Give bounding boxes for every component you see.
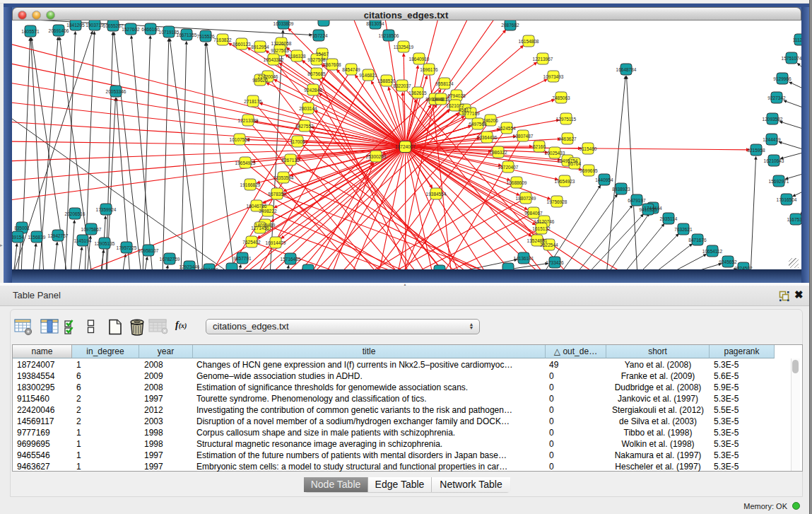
svg-text:8186328: 8186328 bbox=[288, 54, 306, 59]
svg-text:16914479: 16914479 bbox=[266, 240, 286, 245]
svg-text:8267130: 8267130 bbox=[281, 158, 300, 163]
svg-text:6497568: 6497568 bbox=[469, 122, 487, 127]
svg-text:2087682: 2087682 bbox=[501, 23, 519, 28]
svg-text:20053346: 20053346 bbox=[106, 89, 126, 94]
svg-text:39154: 39154 bbox=[12, 235, 24, 240]
svg-text:62160: 62160 bbox=[533, 144, 546, 149]
svg-text:1362615: 1362615 bbox=[408, 90, 427, 95]
svg-text:2867608: 2867608 bbox=[323, 62, 341, 67]
svg-text:9245652: 9245652 bbox=[719, 259, 737, 264]
svg-text:19654925: 19654925 bbox=[235, 160, 256, 165]
svg-text:8454749: 8454749 bbox=[342, 67, 360, 72]
svg-text:1527602: 1527602 bbox=[122, 27, 140, 32]
svg-text:20691406: 20691406 bbox=[49, 28, 69, 33]
svg-text:10543382: 10543382 bbox=[264, 57, 284, 62]
svg-text:835001: 835001 bbox=[14, 226, 30, 230]
svg-text:10107553: 10107553 bbox=[230, 137, 250, 142]
svg-text:7632621: 7632621 bbox=[674, 227, 693, 232]
svg-text:17359924: 17359924 bbox=[96, 207, 117, 212]
svg-text:16033809: 16033809 bbox=[273, 21, 294, 26]
svg-text:12905135: 12905135 bbox=[95, 241, 115, 246]
svg-text:8813054: 8813054 bbox=[366, 21, 384, 26]
svg-text:15716485: 15716485 bbox=[281, 257, 301, 262]
svg-text:12942757: 12942757 bbox=[48, 233, 69, 238]
svg-text:14136141: 14136141 bbox=[514, 256, 534, 261]
svg-text:1903719: 1903719 bbox=[86, 23, 104, 28]
svg-text:8675685: 8675685 bbox=[307, 71, 326, 76]
svg-text:6466160: 6466160 bbox=[141, 27, 160, 32]
svg-text:8471676: 8471676 bbox=[688, 238, 707, 243]
svg-text:7986322: 7986322 bbox=[489, 150, 507, 155]
svg-text:19218506: 19218506 bbox=[379, 33, 399, 38]
svg-text:2803144: 2803144 bbox=[299, 106, 317, 111]
svg-text:15751074: 15751074 bbox=[782, 56, 801, 61]
svg-text:7515526: 7515526 bbox=[196, 34, 215, 39]
svg-text:20364436: 20364436 bbox=[477, 135, 498, 140]
svg-text:20206516: 20206516 bbox=[65, 211, 86, 216]
svg-text:9327508: 9327508 bbox=[307, 57, 326, 62]
svg-text:117005: 117005 bbox=[290, 139, 305, 144]
svg-text:1733426: 1733426 bbox=[546, 260, 564, 265]
svg-text:2522544: 2522544 bbox=[540, 243, 558, 247]
svg-text:9115460: 9115460 bbox=[579, 146, 597, 151]
svg-text:16046786: 16046786 bbox=[247, 204, 267, 209]
svg-text:18724007: 18724007 bbox=[395, 144, 416, 149]
svg-text:10688609: 10688609 bbox=[507, 180, 527, 185]
svg-text:9463627: 9463627 bbox=[558, 136, 577, 141]
svg-text:111243: 111243 bbox=[793, 37, 801, 42]
svg-text:10807487: 10807487 bbox=[513, 134, 534, 139]
svg-text:9227342: 9227342 bbox=[767, 95, 786, 100]
svg-text:12093582: 12093582 bbox=[763, 117, 783, 122]
svg-text:16782759: 16782759 bbox=[160, 257, 180, 262]
svg-text:9857791: 9857791 bbox=[233, 256, 252, 261]
svg-text:8660123: 8660123 bbox=[233, 42, 251, 47]
svg-text:9699695: 9699695 bbox=[579, 168, 598, 173]
svg-text:8912954: 8912954 bbox=[251, 45, 269, 49]
svg-text:12975115: 12975115 bbox=[556, 117, 577, 122]
svg-text:1588520: 1588520 bbox=[377, 78, 396, 83]
svg-text:7625402: 7625402 bbox=[242, 240, 261, 245]
svg-text:19756928: 19756928 bbox=[547, 199, 567, 204]
svg-text:1696176: 1696176 bbox=[420, 67, 438, 72]
svg-text:25300293: 25300293 bbox=[366, 154, 387, 159]
svg-text:10025433: 10025433 bbox=[545, 151, 565, 156]
svg-text:19384554: 19384554 bbox=[426, 192, 447, 197]
svg-text:19654923: 19654923 bbox=[555, 179, 575, 184]
svg-text:8215958: 8215958 bbox=[747, 148, 765, 153]
svg-text:8427552: 8427552 bbox=[295, 124, 314, 129]
svg-text:6479197: 6479197 bbox=[628, 198, 646, 203]
svg-text:9129966: 9129966 bbox=[773, 76, 792, 81]
svg-text:1145194: 1145194 bbox=[74, 238, 92, 243]
svg-text:9146821: 9146821 bbox=[359, 73, 377, 78]
svg-text:9242848: 9242848 bbox=[304, 88, 322, 93]
svg-text:17957225: 17957225 bbox=[117, 245, 137, 250]
svg-text:18640910: 18640910 bbox=[409, 57, 430, 62]
svg-text:10975867: 10975867 bbox=[81, 227, 102, 232]
svg-text:16154808: 16154808 bbox=[519, 39, 539, 44]
svg-text:15720407: 15720407 bbox=[498, 165, 519, 170]
svg-text:3498222: 3498222 bbox=[259, 209, 277, 214]
svg-text:989620: 989620 bbox=[252, 78, 268, 83]
svg-text:9410325: 9410325 bbox=[639, 207, 657, 212]
svg-text:11325419: 11325419 bbox=[394, 45, 414, 49]
svg-text:1440954: 1440954 bbox=[595, 177, 613, 182]
svg-text:9777169: 9777169 bbox=[461, 111, 480, 116]
svg-text:12353594: 12353594 bbox=[273, 175, 294, 180]
svg-text:15467: 15467 bbox=[316, 52, 329, 57]
svg-text:8322037: 8322037 bbox=[393, 83, 411, 88]
svg-text:1444818: 1444818 bbox=[432, 97, 450, 102]
svg-text:12213389: 12213389 bbox=[238, 118, 259, 123]
svg-text:1271456: 1271456 bbox=[251, 226, 269, 230]
svg-text:16648784: 16648784 bbox=[616, 67, 637, 72]
svg-text:10654112: 10654112 bbox=[702, 249, 723, 254]
svg-text:10973493: 10973493 bbox=[543, 74, 564, 79]
svg-text:1167533: 1167533 bbox=[787, 217, 801, 222]
svg-text:2935114: 2935114 bbox=[660, 216, 678, 221]
svg-text:7357224: 7357224 bbox=[310, 33, 328, 38]
svg-text:1841205: 1841205 bbox=[66, 23, 85, 28]
svg-text:9327503: 9327503 bbox=[271, 48, 289, 53]
svg-text:1405571: 1405571 bbox=[21, 29, 40, 34]
svg-text:9558124: 9558124 bbox=[435, 81, 454, 86]
svg-text:16671355: 16671355 bbox=[177, 33, 197, 37]
svg-text:1156839: 1156839 bbox=[28, 235, 46, 240]
